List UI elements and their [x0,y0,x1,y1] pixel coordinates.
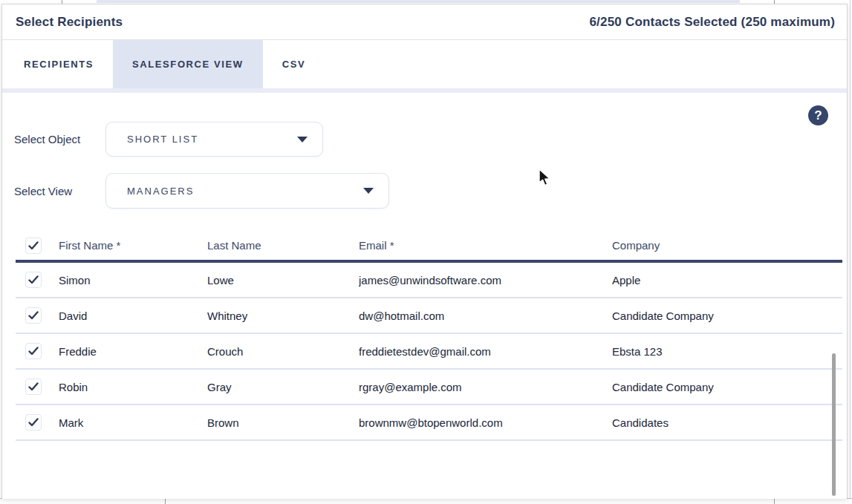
cell-email: freddietestdev@gmail.com [359,345,612,358]
salesforce-view-panel: ? Select Object SHORT LIST Select View M… [2,93,847,499]
table-row: MarkBrownbrownmw@btopenworld.comCandidat… [16,405,842,441]
select-object-dropdown[interactable]: SHORT LIST [105,122,323,157]
table-scrollbar[interactable] [832,353,836,496]
cell-first-name: Freddie [59,345,207,358]
cell-company: Candidate Company [612,310,842,322]
select-view-label: Select View [14,185,72,197]
tab-label: SALESFORCE VIEW [132,59,244,70]
row-checkbox[interactable] [25,307,42,324]
cell-email: brownmw@btopenworld.com [359,416,612,429]
cell-company: Ebsta 123 [612,345,842,358]
help-icon[interactable]: ? [808,105,828,125]
table-body: SimonLowejames@unwindsoftware.comAppleDa… [16,263,842,441]
select-view-dropdown[interactable]: MANAGERS [105,173,389,209]
tab-label: RECIPIENTS [24,59,94,70]
cell-last-name: Whitney [207,310,359,322]
tab-bar: RECIPIENTS SALESFORCE VIEW CSV [2,40,847,88]
cell-last-name: Lowe [207,274,359,287]
cell-first-name: Mark [59,416,207,429]
cell-first-name: Simon [59,274,207,287]
selection-status: 6/250 Contacts Selected (250 maximum) [589,15,835,30]
column-header-email: Email * [359,239,612,252]
background-page-strip [0,498,852,504]
select-object-value: SHORT LIST [127,134,198,145]
cell-first-name: Robin [59,381,207,393]
cell-last-name: Brown [207,416,359,429]
chevron-down-icon [363,188,374,194]
chevron-down-icon [297,137,308,143]
row-checkbox[interactable] [25,379,42,395]
cell-company: Candidate Company [612,381,842,393]
dialog-title: Select Recipients [16,15,123,30]
tab-recipients[interactable]: RECIPIENTS [4,40,113,88]
cell-company: Candidates [612,416,842,429]
select-object-label: Select Object [14,133,80,145]
cell-email: james@unwindsoftware.com [359,274,612,287]
cell-last-name: Gray [207,381,359,393]
table-header-row: First Name * Last Name Email * Company [16,231,842,260]
select-all-checkbox[interactable] [25,238,42,254]
table-row: RobinGrayrgray@example.comCandidate Comp… [16,370,842,405]
cell-email: dw@hotmail.com [359,310,612,322]
table-row: DavidWhitneydw@hotmail.comCandidate Comp… [16,298,842,334]
column-header-first-name: First Name * [59,239,207,252]
tab-csv[interactable]: CSV [263,40,325,88]
column-header-company: Company [612,239,842,252]
column-header-last-name: Last Name [207,239,359,252]
cell-first-name: David [59,310,207,322]
table-row: FreddieCrouchfreddietestdev@gmail.comEbs… [16,334,842,370]
cell-last-name: Crouch [207,345,359,358]
select-view-value: MANAGERS [127,186,194,197]
background-divider [774,499,775,504]
tab-label: CSV [282,59,306,70]
background-divider [850,0,851,504]
background-page-strip [97,0,740,3]
tab-salesforce-view[interactable]: SALESFORCE VIEW [113,40,263,88]
cell-company: Apple [612,274,842,287]
row-checkbox[interactable] [25,343,42,359]
table-row: SimonLowejames@unwindsoftware.comApple [16,263,842,298]
contacts-table: First Name * Last Name Email * Company S… [16,231,842,441]
screen: Select Recipients 6/250 Contacts Selecte… [0,0,852,504]
cell-email: rgray@example.com [359,381,612,393]
dialog-header: Select Recipients 6/250 Contacts Selecte… [2,4,847,40]
row-checkbox[interactable] [25,272,42,288]
background-divider [165,499,166,504]
select-recipients-dialog: Select Recipients 6/250 Contacts Selecte… [1,4,848,498]
row-checkbox[interactable] [25,414,42,431]
